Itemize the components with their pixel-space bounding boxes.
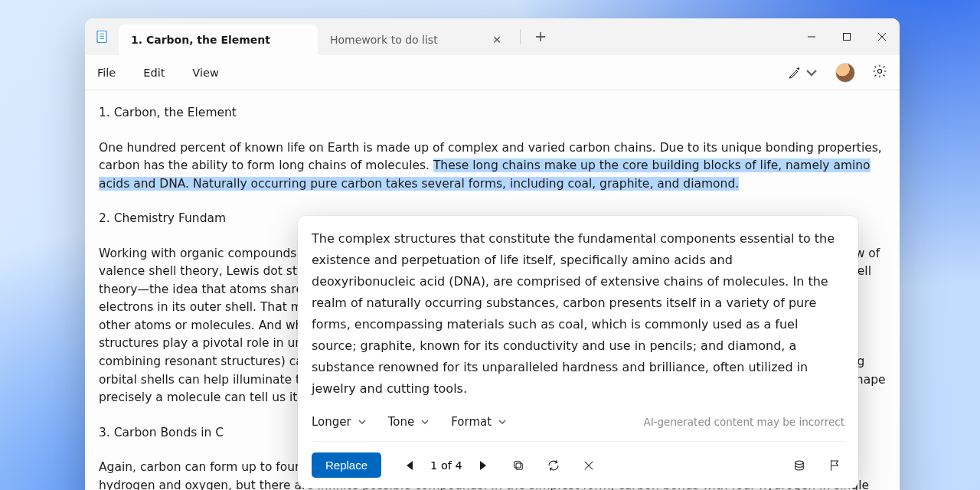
- credits-icon[interactable]: [789, 456, 809, 475]
- chevron-down-icon: [420, 417, 430, 426]
- triangle-right-icon: [480, 461, 486, 470]
- maximize-button[interactable]: [829, 18, 864, 55]
- svg-rect-7: [844, 34, 851, 41]
- right-tools: [788, 63, 887, 83]
- next-suggestion-button[interactable]: [473, 456, 493, 475]
- heading-1: 1. Carbon, the Element: [99, 104, 886, 122]
- rewrite-options-row: Longer Tone Format AI-generated content …: [312, 410, 844, 442]
- tab-divider: [520, 29, 521, 44]
- tab-active-label: 1. Carbon, the Element: [131, 34, 270, 46]
- ai-rewrite-button[interactable]: [788, 66, 818, 80]
- length-option-label: Longer: [312, 415, 351, 429]
- svg-rect-11: [516, 463, 522, 469]
- titlebar: 1. Carbon, the Element Homework to do li…: [85, 18, 900, 55]
- dismiss-button[interactable]: [579, 456, 599, 475]
- chevron-down-icon: [358, 417, 367, 426]
- format-option[interactable]: Format: [451, 415, 507, 429]
- tab-active[interactable]: 1. Carbon, the Element: [119, 24, 318, 55]
- svg-point-15: [795, 461, 804, 465]
- tone-option[interactable]: Tone: [388, 415, 430, 429]
- tab-strip: 1. Carbon, the Element Homework to do li…: [119, 18, 553, 55]
- close-window-button[interactable]: [864, 18, 900, 55]
- ai-rewrite-popup: The complex structures that constitute t…: [298, 216, 858, 488]
- svg-rect-12: [514, 461, 520, 467]
- chevron-down-icon: [498, 417, 507, 426]
- notepad-window: 1. Carbon, the Element Homework to do li…: [85, 18, 900, 490]
- tab-inactive[interactable]: Homework to do list ✕: [318, 24, 517, 55]
- replace-button[interactable]: Replace: [312, 452, 381, 478]
- menu-file[interactable]: File: [97, 67, 116, 79]
- tab-inactive-label: Homework to do list: [330, 34, 438, 46]
- ai-disclaimer: AI-generated content may be incorrect: [643, 416, 844, 428]
- rewrite-suggestion-text: The complex structures that constitute t…: [312, 228, 844, 400]
- new-tab-button[interactable]: [528, 24, 553, 49]
- pager-label: 1 of 4: [430, 459, 462, 472]
- svg-point-10: [878, 70, 882, 74]
- length-option[interactable]: Longer: [312, 415, 367, 429]
- feedback-flag-icon[interactable]: [825, 456, 844, 475]
- user-avatar[interactable]: [835, 63, 855, 83]
- rewrite-actions-row: Replace 1 of 4: [312, 452, 844, 478]
- suggestion-pager: 1 of 4: [400, 456, 493, 475]
- settings-button[interactable]: [872, 64, 887, 81]
- menu-edit[interactable]: Edit: [143, 67, 165, 79]
- close-tab-icon[interactable]: ✕: [489, 32, 505, 47]
- menubar: File Edit View: [85, 55, 900, 90]
- window-controls: [794, 18, 900, 55]
- paragraph-1: One hundred percent of known life on Ear…: [99, 139, 886, 194]
- regenerate-button[interactable]: [544, 456, 564, 475]
- format-option-label: Format: [451, 415, 492, 429]
- menu-view[interactable]: View: [192, 67, 218, 79]
- minimize-button[interactable]: [794, 18, 829, 55]
- prev-suggestion-button[interactable]: [400, 456, 420, 475]
- app-icon: [85, 18, 119, 55]
- svg-rect-0: [97, 31, 106, 43]
- copy-button[interactable]: [508, 456, 528, 475]
- tone-option-label: Tone: [388, 415, 415, 429]
- triangle-left-icon: [407, 461, 413, 470]
